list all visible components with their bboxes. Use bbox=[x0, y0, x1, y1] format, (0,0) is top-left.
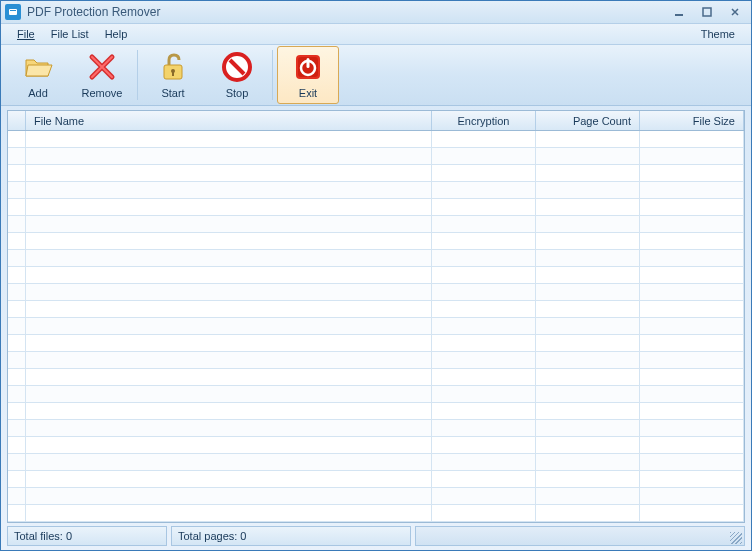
menu-file[interactable]: File bbox=[9, 26, 43, 42]
menubar: File File List Help Theme bbox=[1, 24, 751, 45]
content-area: File Name Encryption Page Count File Siz… bbox=[7, 110, 745, 523]
table-row[interactable] bbox=[8, 284, 744, 301]
folder-open-icon bbox=[22, 51, 54, 83]
add-button[interactable]: Add bbox=[7, 46, 69, 104]
app-window: PDF Protection Remover File File List He… bbox=[0, 0, 752, 551]
minimize-button[interactable] bbox=[667, 4, 691, 20]
app-icon bbox=[5, 4, 21, 20]
svg-rect-11 bbox=[307, 58, 310, 68]
exit-label: Exit bbox=[299, 87, 317, 99]
window-controls bbox=[667, 4, 747, 20]
table-row[interactable] bbox=[8, 250, 744, 267]
table-row[interactable] bbox=[8, 199, 744, 216]
start-label: Start bbox=[161, 87, 184, 99]
remove-button[interactable]: Remove bbox=[71, 46, 133, 104]
column-encryption[interactable]: Encryption bbox=[432, 111, 536, 130]
column-pagecount[interactable]: Page Count bbox=[536, 111, 640, 130]
table-row[interactable] bbox=[8, 233, 744, 250]
status-total-pages: Total pages: 0 bbox=[171, 526, 411, 546]
grid-body[interactable] bbox=[8, 131, 744, 522]
maximize-button[interactable] bbox=[695, 4, 719, 20]
table-row[interactable] bbox=[8, 386, 744, 403]
svg-rect-2 bbox=[675, 14, 683, 16]
table-row[interactable] bbox=[8, 182, 744, 199]
svg-rect-6 bbox=[172, 71, 174, 76]
table-row[interactable] bbox=[8, 267, 744, 284]
table-row[interactable] bbox=[8, 369, 744, 386]
table-row[interactable] bbox=[8, 454, 744, 471]
table-row[interactable] bbox=[8, 437, 744, 454]
toolbar: Add Remove Start Stop Exit bbox=[1, 45, 751, 107]
svg-rect-1 bbox=[10, 10, 16, 11]
table-row[interactable] bbox=[8, 488, 744, 505]
column-filename[interactable]: File Name bbox=[26, 111, 432, 130]
grid-header: File Name Encryption Page Count File Siz… bbox=[8, 111, 744, 131]
column-filesize[interactable]: File Size bbox=[640, 111, 744, 130]
unlock-icon bbox=[157, 51, 189, 83]
table-row[interactable] bbox=[8, 131, 744, 148]
grid-corner bbox=[8, 111, 26, 130]
menu-file-list[interactable]: File List bbox=[43, 26, 97, 42]
toolbar-separator bbox=[272, 50, 273, 100]
table-row[interactable] bbox=[8, 301, 744, 318]
stop-button[interactable]: Stop bbox=[206, 46, 268, 104]
table-row[interactable] bbox=[8, 420, 744, 437]
stop-icon bbox=[221, 51, 253, 83]
table-row[interactable] bbox=[8, 216, 744, 233]
table-row[interactable] bbox=[8, 318, 744, 335]
delete-x-icon bbox=[86, 51, 118, 83]
window-title: PDF Protection Remover bbox=[27, 5, 667, 19]
stop-label: Stop bbox=[226, 87, 249, 99]
toolbar-separator bbox=[137, 50, 138, 100]
file-grid[interactable]: File Name Encryption Page Count File Siz… bbox=[7, 110, 745, 523]
close-button[interactable] bbox=[723, 4, 747, 20]
status-resize-grip[interactable] bbox=[415, 526, 745, 546]
svg-rect-0 bbox=[9, 9, 17, 15]
exit-button[interactable]: Exit bbox=[277, 46, 339, 104]
statusbar: Total files: 0 Total pages: 0 bbox=[7, 525, 745, 546]
table-row[interactable] bbox=[8, 471, 744, 488]
table-row[interactable] bbox=[8, 148, 744, 165]
table-row[interactable] bbox=[8, 505, 744, 522]
status-total-files: Total files: 0 bbox=[7, 526, 167, 546]
table-row[interactable] bbox=[8, 352, 744, 369]
power-icon bbox=[292, 51, 324, 83]
svg-rect-3 bbox=[703, 8, 711, 16]
menu-theme[interactable]: Theme bbox=[693, 26, 743, 42]
table-row[interactable] bbox=[8, 335, 744, 352]
start-button[interactable]: Start bbox=[142, 46, 204, 104]
menu-help[interactable]: Help bbox=[97, 26, 136, 42]
titlebar: PDF Protection Remover bbox=[1, 1, 751, 24]
table-row[interactable] bbox=[8, 165, 744, 182]
table-row[interactable] bbox=[8, 403, 744, 420]
remove-label: Remove bbox=[82, 87, 123, 99]
add-label: Add bbox=[28, 87, 48, 99]
